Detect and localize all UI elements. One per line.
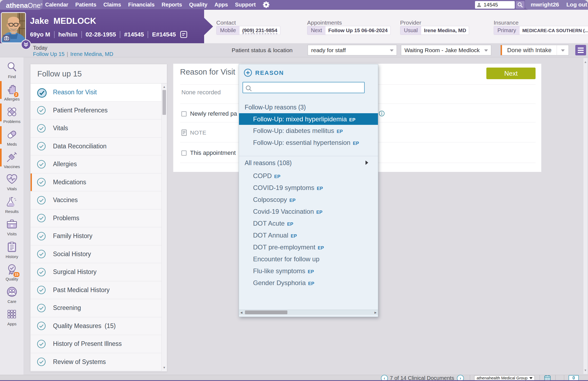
settings-gear-icon[interactable] (263, 1, 270, 8)
reason-option[interactable]: Covid-19 VaccinationEP (253, 206, 392, 218)
info-icon[interactable] (379, 111, 385, 118)
scrollbar-thumb[interactable] (245, 310, 287, 314)
patient-demographics: 69yo Mhe/him02-28-1955#14545E#14545 (30, 31, 187, 38)
sidebar-item-care[interactable]: Care (0, 286, 24, 304)
checklist-item-vitals[interactable]: Vitals (31, 119, 162, 138)
scrollbar-thumb[interactable] (162, 90, 166, 115)
checklist-item-patient-preferences[interactable]: Patient Preferences (31, 102, 162, 120)
provider-link[interactable]: Irene Medina, MD (70, 51, 113, 57)
patient-name: JakeMEDLOCK (30, 16, 96, 26)
encounter-link[interactable]: Follow Up 15 (33, 51, 65, 57)
menu-hamburger-button[interactable] (575, 45, 586, 55)
separator (81, 31, 82, 38)
expand-right-icon[interactable] (366, 161, 368, 165)
note-row[interactable]: NOTE (181, 129, 206, 136)
checklist-item-history-of-present-illness[interactable]: History of Present Illness (31, 335, 162, 353)
reason-option[interactable]: DOT pre-employmentEP (253, 241, 392, 253)
athenaone-logo[interactable]: athenaOne® (6, 0, 42, 9)
encounter-chart-icon[interactable] (180, 31, 187, 38)
ep-tag: EP (291, 233, 297, 239)
checklist-item-problems[interactable]: Problems (31, 209, 162, 228)
sidebar-item-quality[interactable]: Quality15 (0, 263, 24, 281)
organization-select[interactable]: athenahealth Medical Group (474, 375, 535, 381)
reason-option[interactable]: COVID-19 symptomsEP (253, 182, 392, 194)
check-circle-icon (37, 106, 46, 116)
nav-item-reports[interactable]: Reports (162, 0, 182, 9)
scroll-down-icon[interactable]: ▼ (162, 366, 167, 369)
nav-item-quality[interactable]: Quality (189, 0, 207, 9)
reason-option[interactable]: Flu-like symptomsEP (253, 265, 392, 277)
reason-option[interactable]: Follow-Up: essential hypertensionEP (253, 137, 359, 149)
page-scrollbar[interactable]: ▲ ▼ (583, 58, 588, 374)
problems-icon (6, 114, 18, 119)
reason-option-selected[interactable]: Follow-Up: mixed hyperlipidemiaEP (239, 113, 378, 125)
reason-option[interactable]: ColposcopyEP (253, 194, 392, 206)
add-reason-label[interactable]: REASON (255, 69, 284, 76)
sidebar-item-meds[interactable]: Meds (0, 129, 24, 146)
patient-status-dropdown[interactable]: ready for staff (308, 45, 397, 55)
checklist-item-medications[interactable]: Medications (31, 173, 162, 192)
checklist-item-data-reconciliation[interactable]: Data Reconciliation (31, 138, 162, 156)
check-circle-icon (37, 196, 46, 206)
reason-option[interactable]: Encounter for follow up (253, 253, 392, 265)
sidebar-item-vitals[interactable]: Vitals (0, 173, 24, 191)
nav-item-patients[interactable]: Patients (75, 0, 97, 9)
sidebar-item-find[interactable]: Find (0, 61, 24, 79)
sidebar-item-history[interactable]: History (0, 241, 24, 259)
patient-location-dropdown[interactable]: Waiting Room - Jake Medlock (401, 45, 491, 55)
checklist-item-past-medical-history[interactable]: Past Medical History (31, 281, 162, 299)
popup-horizontal-scrollbar[interactable]: ◀ ▶ (239, 310, 378, 315)
check-circle-icon (37, 178, 46, 188)
nav-item-claims[interactable]: Claims (103, 0, 121, 9)
checklist-item-screening[interactable]: Screening (31, 299, 162, 317)
logout-link[interactable]: Log out (566, 0, 587, 9)
checklist-scrollbar[interactable]: ▲ ▼ (161, 83, 167, 371)
checklist-item-social-history[interactable]: Social History (31, 245, 162, 263)
ep-tag: EP (318, 245, 324, 250)
check-circle-icon (37, 232, 46, 242)
add-icon[interactable] (244, 68, 252, 78)
sidebar-item-apps[interactable]: Apps (0, 308, 24, 326)
reason-option[interactable]: Follow-Up: diabetes mellitusEP (253, 125, 343, 137)
done-with-intake-button[interactable]: Done with Intake (500, 45, 557, 55)
patient-search-input[interactable]: 14545 (475, 1, 515, 9)
reason-search-input[interactable] (242, 82, 365, 93)
scroll-up-icon[interactable]: ▲ (583, 60, 587, 64)
collapse-banner-button[interactable] (21, 39, 31, 50)
reason-option[interactable]: COPDEP (253, 170, 392, 182)
this-appointment-checkbox[interactable] (181, 151, 187, 156)
sidebar-item-problems[interactable]: Problems (0, 106, 24, 124)
nav-item-financials[interactable]: Financials (128, 0, 155, 9)
checklist-item-surgical-history[interactable]: Surgical History (31, 263, 162, 281)
scroll-down-icon[interactable]: ▼ (583, 369, 587, 372)
checklist-item-allergies[interactable]: Allergies (31, 155, 162, 173)
phone-link[interactable]: (909) 231-9854 (242, 28, 277, 34)
sidebar-item-results[interactable]: Results (0, 196, 24, 214)
notifications-counter[interactable]: 0 (569, 375, 579, 381)
reason-option[interactable]: DOT AnnualEP (253, 229, 392, 241)
checklist-item-quality-measures[interactable]: Quality Measures(15) (31, 317, 162, 335)
scroll-left-icon[interactable]: ◀ (240, 310, 242, 315)
nav-item-apps[interactable]: Apps (214, 0, 228, 9)
all-reasons-header[interactable]: All reasons (108) (245, 159, 292, 167)
nav-item-calendar[interactable]: Calendar (45, 0, 68, 9)
sidebar-item-visits[interactable]: Visits (0, 218, 24, 236)
patient-photo[interactable] (1, 12, 26, 43)
checklist-item-vaccines[interactable]: Vaccines (31, 191, 162, 209)
nav-item-support[interactable]: Support (235, 0, 256, 9)
reason-option[interactable]: Gender DysphoriaEP (253, 277, 392, 289)
username[interactable]: mwright26 (531, 0, 559, 9)
search-button[interactable] (516, 1, 524, 9)
checklist-item-review-of-systems[interactable]: Review of Systems (31, 353, 162, 371)
sidebar-item-vaccines[interactable]: Vaccines (0, 151, 24, 169)
checklist-item-family-history[interactable]: Family History (31, 227, 162, 245)
done-with-intake-menu-button[interactable] (557, 45, 569, 55)
scroll-right-icon[interactable]: ▶ (374, 310, 377, 315)
next-button[interactable]: Next (486, 68, 536, 79)
this-appointment-row: This appointment (181, 149, 236, 156)
newly-referred-checkbox[interactable] (181, 111, 187, 116)
reason-option[interactable]: DOT AcuteEP (253, 218, 392, 229)
scroll-up-icon[interactable]: ▲ (162, 85, 167, 88)
sidebar-item-allergies[interactable]: Allergies2 (0, 83, 24, 101)
checklist-item-reason-for-visit[interactable]: Reason for Visit (31, 83, 162, 102)
